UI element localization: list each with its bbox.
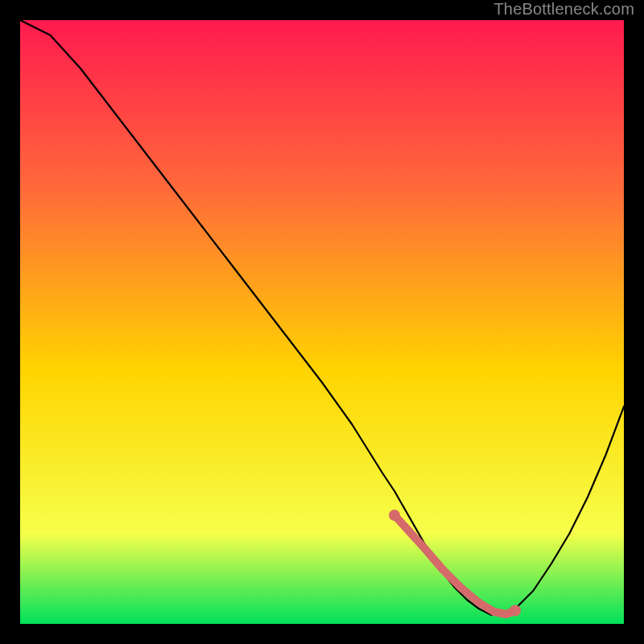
watermark-text: TheBottleneck.com (493, 0, 634, 19)
plot-area (20, 20, 624, 624)
gradient-background (20, 20, 624, 624)
chart-svg (20, 20, 624, 624)
optimal-range-endpoint (389, 510, 400, 521)
chart-frame: TheBottleneck.com (0, 0, 644, 644)
optimal-range-endpoint (510, 605, 521, 617)
